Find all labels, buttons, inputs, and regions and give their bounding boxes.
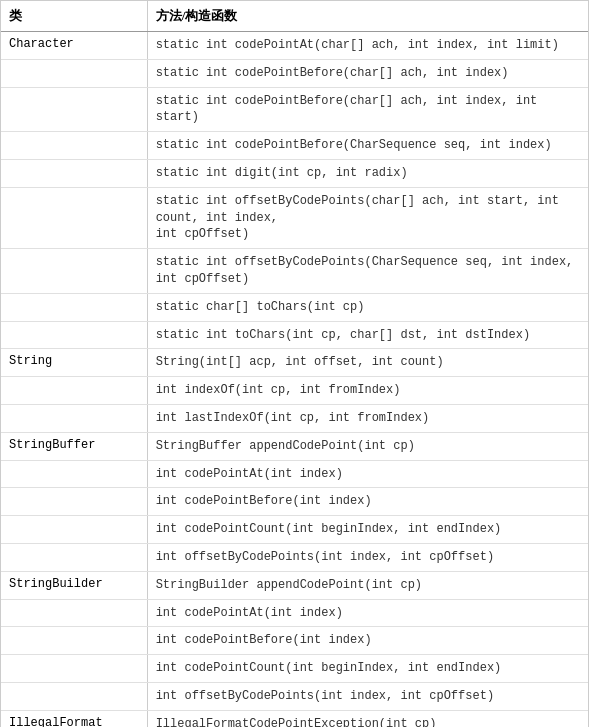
table-row: int codePointCount(int beginIndex, int e… xyxy=(1,655,588,683)
table-row: static int digit(int cp, int radix) xyxy=(1,159,588,187)
method-cell: IllegalFormatCodePointException(int cp) xyxy=(147,710,588,727)
table-row: static int codePointBefore(char[] ach, i… xyxy=(1,87,588,132)
method-cell: static int codePointBefore(char[] ach, i… xyxy=(147,87,588,132)
method-cell: int lastIndexOf(int cp, int fromIndex) xyxy=(147,404,588,432)
method-cell: int codePointCount(int beginIndex, int e… xyxy=(147,516,588,544)
method-cell: static int offsetByCodePoints(CharSequen… xyxy=(147,249,588,294)
class-name-cell xyxy=(1,655,147,683)
class-name-cell xyxy=(1,516,147,544)
method-cell: static int toChars(int cp, char[] dst, i… xyxy=(147,321,588,349)
table-row: int offsetByCodePoints(int index, int cp… xyxy=(1,543,588,571)
method-cell: static int codePointAt(char[] ach, int i… xyxy=(147,32,588,60)
class-name-cell xyxy=(1,159,147,187)
method-cell: int offsetByCodePoints(int index, int cp… xyxy=(147,543,588,571)
method-cell: static int codePointBefore(CharSequence … xyxy=(147,132,588,160)
class-name-cell xyxy=(1,488,147,516)
method-cell: String(int[] acp, int offset, int count) xyxy=(147,349,588,377)
table-row: Characterstatic int codePointAt(char[] a… xyxy=(1,32,588,60)
class-name-cell xyxy=(1,460,147,488)
method-cell: int codePointAt(int index) xyxy=(147,599,588,627)
class-name-cell xyxy=(1,293,147,321)
table-row: int lastIndexOf(int cp, int fromIndex) xyxy=(1,404,588,432)
table-row: StringBuilderStringBuilder appendCodePoi… xyxy=(1,571,588,599)
class-name-cell xyxy=(1,87,147,132)
table-row: StringString(int[] acp, int offset, int … xyxy=(1,349,588,377)
table-row: StringBufferStringBuffer appendCodePoint… xyxy=(1,432,588,460)
class-name-cell xyxy=(1,321,147,349)
class-name-cell xyxy=(1,404,147,432)
method-cell: static char[] toChars(int cp) xyxy=(147,293,588,321)
table-row: static int codePointBefore(CharSequence … xyxy=(1,132,588,160)
class-name-cell: IllegalFormat CodePointException xyxy=(1,710,147,727)
table-row: int codePointAt(int index) xyxy=(1,599,588,627)
method-cell: int codePointAt(int index) xyxy=(147,460,588,488)
class-name-cell xyxy=(1,249,147,294)
method-cell: int codePointCount(int beginIndex, int e… xyxy=(147,655,588,683)
class-name-cell: Character xyxy=(1,32,147,60)
method-column-header: 方法/构造函数 xyxy=(147,1,588,32)
class-name-cell xyxy=(1,627,147,655)
api-table: 类 方法/构造函数 Characterstatic int codePointA… xyxy=(1,1,588,727)
method-cell: static int offsetByCodePoints(char[] ach… xyxy=(147,187,588,248)
table-row: IllegalFormat CodePointExceptionIllegalF… xyxy=(1,710,588,727)
class-name-cell xyxy=(1,543,147,571)
class-name-cell xyxy=(1,599,147,627)
method-cell: int codePointBefore(int index) xyxy=(147,488,588,516)
table-row: int codePointAt(int index) xyxy=(1,460,588,488)
table-row: static char[] toChars(int cp) xyxy=(1,293,588,321)
class-name-cell xyxy=(1,187,147,248)
class-name-cell xyxy=(1,59,147,87)
table-row: int offsetByCodePoints(int index, int cp… xyxy=(1,682,588,710)
table-row: int codePointCount(int beginIndex, int e… xyxy=(1,516,588,544)
class-name-cell xyxy=(1,132,147,160)
table-row: static int toChars(int cp, char[] dst, i… xyxy=(1,321,588,349)
method-cell: static int codePointBefore(char[] ach, i… xyxy=(147,59,588,87)
class-name-cell xyxy=(1,377,147,405)
method-cell: StringBuffer appendCodePoint(int cp) xyxy=(147,432,588,460)
class-name-cell: StringBuilder xyxy=(1,571,147,599)
class-name-cell: String xyxy=(1,349,147,377)
method-cell: StringBuilder appendCodePoint(int cp) xyxy=(147,571,588,599)
table-row: int indexOf(int cp, int fromIndex) xyxy=(1,377,588,405)
class-column-header: 类 xyxy=(1,1,147,32)
class-name-cell xyxy=(1,682,147,710)
table-row: static int offsetByCodePoints(CharSequen… xyxy=(1,249,588,294)
main-table-container: 类 方法/构造函数 Characterstatic int codePointA… xyxy=(0,0,589,727)
method-cell: int codePointBefore(int index) xyxy=(147,627,588,655)
table-row: int codePointBefore(int index) xyxy=(1,627,588,655)
class-name-cell: StringBuffer xyxy=(1,432,147,460)
table-row: static int codePointBefore(char[] ach, i… xyxy=(1,59,588,87)
method-cell: int indexOf(int cp, int fromIndex) xyxy=(147,377,588,405)
method-cell: int offsetByCodePoints(int index, int cp… xyxy=(147,682,588,710)
table-row: static int offsetByCodePoints(char[] ach… xyxy=(1,187,588,248)
method-cell: static int digit(int cp, int radix) xyxy=(147,159,588,187)
table-row: int codePointBefore(int index) xyxy=(1,488,588,516)
